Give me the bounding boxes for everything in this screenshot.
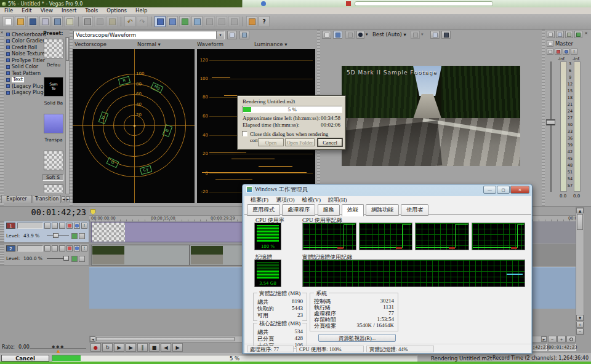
pan-icon[interactable] (59, 223, 65, 229)
timeline-zoom-in-icon[interactable]: + (557, 336, 566, 342)
copy-scope-button[interactable] (227, 31, 237, 39)
stop-button[interactable]: ■ (149, 343, 159, 352)
generator-item[interactable]: Color Gradient (5, 38, 42, 45)
rate-slider-handle[interactable]: ◆ (52, 344, 55, 349)
timeline-zoom-out-icon[interactable]: − (548, 336, 557, 342)
zoom-edit-tool-icon[interactable] (191, 16, 203, 27)
scroll-left-icon[interactable]: ◄ (90, 336, 95, 342)
automation-gear-icon[interactable] (555, 49, 561, 55)
generator-item[interactable]: Noise Texture (5, 51, 42, 58)
preset-thumb-soft[interactable] (44, 151, 63, 170)
vectorscope-mode-dropdown[interactable]: Normal ▾ (137, 41, 161, 47)
save-frame-icon[interactable] (441, 31, 451, 39)
close-icon[interactable]: ✕ (510, 186, 529, 194)
selection-end-time[interactable]: 00:01:42;23 (548, 344, 576, 351)
master-fader-handle[interactable] (546, 119, 555, 125)
pause-button[interactable]: ‖ (137, 343, 148, 352)
track-motion-icon[interactable] (52, 245, 58, 251)
tab-explorer[interactable]: Explorer (1, 195, 32, 203)
close-icon[interactable]: ✕ (0, 30, 4, 35)
background-browser-window[interactable] (242, 0, 591, 7)
track-grip[interactable] (0, 244, 4, 265)
close-icon[interactable]: ✕ (584, 31, 589, 36)
mute-icon[interactable] (74, 245, 80, 251)
close-on-complete-checkbox[interactable] (242, 131, 247, 136)
preset-thumb-partial[interactable] (44, 184, 63, 193)
add-bus-icon[interactable] (574, 31, 582, 38)
open-button[interactable]: Open (258, 138, 284, 146)
render-progress-dialog[interactable]: Rendering Untitled.m2t 5 % Approximate t… (237, 95, 346, 150)
scroll-down-icon[interactable]: ▼ (576, 315, 584, 321)
tab-scroll-left-icon[interactable]: ◄ (62, 196, 65, 202)
hscroll-thumb[interactable] (96, 337, 235, 341)
timeline-marker[interactable] (90, 209, 95, 215)
parent-composite-icon[interactable] (79, 233, 85, 239)
generator-item[interactable]: ProType Titler (5, 57, 42, 64)
track-height-zoom-in-icon[interactable]: + (576, 322, 584, 328)
task-manager-window[interactable]: Windows 工作管理員 — ▢ ✕ 檔案(F) 選項(O) 檢視(V) 說明… (242, 184, 533, 354)
waveform-mode-dropdown[interactable]: Luminance ▾ (254, 41, 287, 47)
whats-this-help-icon[interactable]: ? (259, 16, 270, 27)
timeline-time-display[interactable]: 00:01:42;23 (14, 207, 86, 217)
dock-grip[interactable] (0, 30, 4, 206)
play-from-start-button[interactable]: ▶ (114, 343, 124, 352)
parent-composite-icon[interactable] (79, 256, 85, 262)
interactive-tutorials-icon[interactable] (246, 16, 257, 27)
solo-icon[interactable]: ! (571, 49, 577, 55)
timeline-vscrollbar[interactable]: ▲ ▼ + − (576, 207, 584, 335)
preset-thumb-default[interactable] (44, 39, 63, 58)
menu-help[interactable]: 說明(H) (324, 196, 351, 204)
scope-settings-button[interactable] (239, 31, 249, 39)
undo-icon[interactable]: ↶ (124, 16, 135, 27)
menu-file[interactable]: File (0, 7, 17, 14)
mute-icon[interactable] (74, 223, 80, 229)
open-project-icon[interactable] (15, 16, 26, 27)
external-monitor-icon[interactable] (333, 31, 342, 39)
track-fx-icon[interactable] (44, 245, 50, 251)
track-motion-icon[interactable] (52, 223, 58, 229)
track-fx-icon[interactable] (44, 223, 50, 229)
go-to-start-button[interactable]: ◀ (161, 343, 171, 352)
zoom-tool-icon[interactable] (566, 336, 576, 342)
redo-icon[interactable]: ↷ (137, 16, 148, 27)
play-button[interactable]: ▶ (126, 343, 136, 352)
solo-icon[interactable]: ! (81, 223, 87, 229)
open-folder-button[interactable]: Open Folder (285, 138, 315, 146)
preset-thumb-solid[interactable]: Sam Te (44, 77, 63, 97)
loop-playback-button[interactable]: ↻ (102, 343, 113, 352)
track-name-field[interactable] (17, 245, 43, 251)
insert-assignable-fx-icon[interactable] (556, 31, 564, 38)
menu-insert[interactable]: Insert (57, 7, 81, 14)
generator-item[interactable]: Credit Roll (5, 44, 42, 51)
chevron-down-icon[interactable]: ▾ (216, 31, 224, 39)
ignore-event-grouping-icon[interactable] (228, 16, 239, 27)
menu-tools[interactable]: Tools (81, 7, 102, 14)
overlay-toggle-icon[interactable] (345, 31, 355, 39)
preview-quality-dropdown[interactable]: Best (Auto) ▾ (372, 31, 406, 38)
selection-edit-tool-icon[interactable] (179, 16, 190, 27)
track-grip[interactable] (0, 221, 4, 242)
resource-monitor-button[interactable]: 資源監視器(R)... (318, 334, 396, 342)
track-name-field[interactable] (17, 223, 43, 229)
generator-item[interactable]: (Legacy Plug-In (5, 90, 42, 97)
generator-item[interactable]: (Legacy Plug-In (5, 83, 42, 90)
menu-file[interactable]: 檔案(F) (247, 196, 272, 204)
rate-slider-handle[interactable]: ◆ (60, 344, 63, 349)
generator-item-selected[interactable]: Text (5, 77, 42, 84)
insert-bus-icon[interactable] (547, 31, 555, 38)
project-properties-button[interactable] (322, 31, 331, 39)
minimize-icon[interactable]: — (483, 186, 496, 194)
enable-snapping-icon[interactable] (204, 16, 215, 27)
track-header-1[interactable]: 1 ! Level: 43.9 % (0, 221, 89, 243)
mixer-properties-icon[interactable] (565, 31, 573, 38)
preview-color-swatch[interactable] (356, 31, 364, 39)
video-event-1[interactable] (91, 245, 190, 266)
level-slider-handle[interactable] (53, 233, 58, 238)
preset-scrollbar[interactable] (65, 37, 70, 194)
normal-edit-tool-icon[interactable] (155, 16, 166, 27)
master-fader-track[interactable] (550, 61, 552, 192)
record-button[interactable]: ● (90, 343, 101, 352)
level-slider-handle[interactable] (63, 256, 69, 261)
solo-icon[interactable]: ! (81, 245, 87, 251)
generator-item[interactable]: Test Pattern (5, 70, 42, 77)
